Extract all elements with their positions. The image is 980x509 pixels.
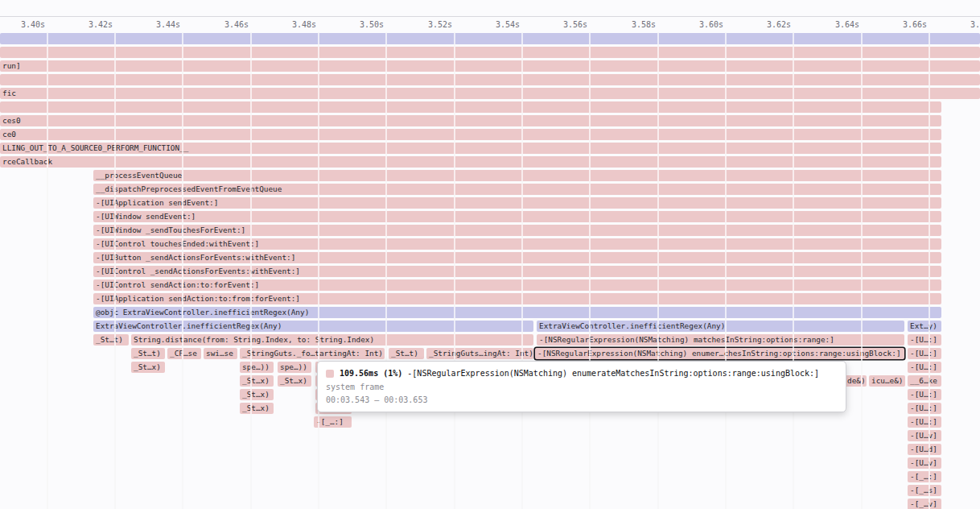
tooltip-time-range: 00:03.543 — 00:03.653 (326, 395, 838, 404)
frame-bar[interactable]: -[_…:] (908, 471, 941, 482)
frame-bar[interactable]: ExtraViewController.inefficientRegex(Any… (537, 321, 904, 332)
frame-bar[interactable]: -[_…:] (314, 416, 352, 428)
frame-bar[interactable]: -[U…v] (908, 457, 941, 469)
frame-bar[interactable]: -[U…:] (908, 362, 941, 373)
frame-bar[interactable]: _St…t) (93, 334, 129, 346)
frame-bar[interactable]: spe…)) (278, 362, 311, 373)
frame-bar[interactable]: String.distance(from: String.Index, to: … (131, 334, 533, 346)
frame-bar[interactable]: _St…x) (131, 362, 165, 373)
frame-bar[interactable]: ExtraViewController.inefficientRegex(Any… (93, 321, 533, 332)
selected-frame-bar[interactable]: -[NSRegularExpression(NSMatching) enumer… (535, 348, 904, 359)
frame-bar[interactable]: -[UIControl touchesEnded:withEvent:] (93, 238, 941, 250)
frame-bar[interactable]: swi…se (204, 348, 237, 359)
stack-rows: run]ficces0ce0LLING_OUT_TO_A_SOURCE0_PER… (0, 0, 980, 509)
frame-bar[interactable]: _StringGuts._fo…tartingAt: Int) (240, 348, 385, 359)
frame-bar[interactable]: -[UIButton _sendActionsForEvents:withEve… (93, 252, 941, 263)
frame-bar[interactable]: -[U…:] (908, 348, 941, 359)
frame-bar[interactable]: -[UIControl sendAction:to:forEvent:] (93, 279, 941, 291)
frame-bar[interactable]: -[UIWindow sendEvent:] (93, 211, 941, 222)
frame-bar[interactable]: @objc ExtraViewController.inefficientReg… (93, 307, 941, 318)
frame-bar[interactable]: _St…x) (278, 375, 311, 387)
frame-bar[interactable]: run] (0, 60, 980, 72)
frame-bar[interactable]: -[U…:] (908, 334, 941, 346)
frame-bar[interactable] (0, 74, 980, 85)
frame-bar[interactable] (0, 33, 980, 44)
frame-bar[interactable]: Ext…y) (908, 321, 941, 332)
frame-bar[interactable] (0, 101, 941, 113)
frame-bar[interactable]: -[U…d] (908, 444, 941, 455)
frame-bar[interactable]: rceCallback (0, 156, 941, 168)
frame-bar[interactable] (0, 47, 980, 58)
category-color-swatch-icon (326, 370, 334, 378)
frame-bar[interactable]: ces0 (0, 115, 941, 126)
frame-bar[interactable]: -[U…:] (908, 403, 941, 414)
frame-bar[interactable]: __dispatchPreprocessedEventFromEventQueu… (93, 184, 941, 195)
frame-bar[interactable]: -[UIApplication sendAction:to:from:forEv… (93, 293, 941, 304)
frame-bar[interactable]: fic (0, 88, 980, 99)
frame-bar[interactable]: _St…t) (131, 348, 165, 359)
frame-bar[interactable]: -[_…v] (908, 499, 941, 509)
frame-bar[interactable]: -[UIWindow _sendTouchesForEvent:] (93, 225, 941, 236)
frame-bar[interactable]: -[U…v] (908, 430, 941, 441)
flame-chart[interactable]: 3.40s3.42s3.44s3.46s3.48s3.50s3.52s3.54s… (0, 0, 980, 509)
tooltip-category: system frame (326, 383, 838, 391)
frame-bar[interactable]: _St…x) (240, 375, 274, 387)
tooltip: 109.56ms (1%) -[NSRegularExpression(NSMa… (317, 361, 846, 412)
frame-bar[interactable]: -[UIApplication sendEvent:] (93, 197, 941, 209)
frame-bar[interactable]: spe…)) (240, 362, 274, 373)
tooltip-percent: (1%) (383, 369, 402, 378)
frame-bar[interactable]: __6…ke (908, 375, 941, 387)
frame-bar[interactable]: _St…t) (389, 348, 424, 359)
frame-bar[interactable]: -[U…:] (908, 416, 941, 428)
tooltip-text: 109.56ms (1%) -[NSRegularExpression(NSMa… (340, 369, 819, 378)
frame-bar[interactable]: _St…x) (240, 389, 274, 400)
tooltip-duration: 109.56ms (340, 369, 378, 378)
frame-bar[interactable]: _StringGuts…ingAt: Int) (426, 348, 533, 359)
frame-bar[interactable]: icu…e&) (869, 375, 905, 387)
tooltip-title-line: 109.56ms (1%) -[NSRegularExpression(NSMa… (326, 369, 838, 378)
frame-bar[interactable]: ce0 (0, 129, 941, 140)
frame-bar[interactable]: -[_…s] (908, 485, 941, 496)
frame-bar[interactable]: _CF…se (167, 348, 201, 359)
frame-bar[interactable]: de&) (845, 375, 867, 387)
frame-bar[interactable]: LLING_OUT_TO_A_SOURCE0_PERFORM_FUNCTION_… (0, 143, 941, 154)
frame-bar[interactable]: -[UIControl _sendActionsForEvents:withEv… (93, 266, 941, 277)
frame-bar[interactable]: -[U…:] (908, 389, 941, 400)
tooltip-frame-name: -[NSRegularExpression(NSMatching) enumer… (407, 369, 819, 378)
frame-bar[interactable]: _St…x) (240, 403, 274, 414)
frame-bar[interactable]: -[NSRegularExpression(NSMatching) matche… (537, 334, 904, 346)
frame-bar[interactable]: __processEventQueue (93, 170, 941, 181)
